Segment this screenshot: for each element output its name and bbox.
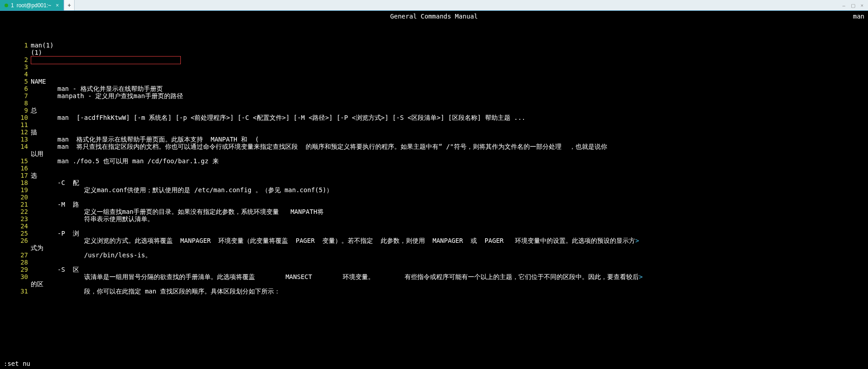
terminal-line: 5NAME [4,78,864,85]
terminal-line: 20 [4,194,864,201]
line-number: 17 [4,172,31,179]
terminal-line: 27 /usr/bin/less-is。 [4,251,864,259]
line-number: 6 [4,85,31,92]
minimize-icon[interactable]: – [842,2,845,9]
terminal-line: 21 -M 路 [4,201,864,208]
line-text [31,56,864,63]
terminal-line: 12描 [4,128,864,136]
new-tab-button[interactable]: + [64,0,75,10]
terminal-line: 6 man - 格式化并显示在线帮助手册页 [4,85,864,92]
line-text: man ./foo.5 也可以用 man /cd/foo/bar.1.gz 来 [31,157,864,165]
terminal-line: 14 man 将只查找在指定区段内的文档。你也可以通过命令行或环境变量来指定查找… [4,143,864,150]
close-icon[interactable]: × [56,2,59,9]
line-number: 26 [4,237,31,244]
terminal-line: 11 [4,121,864,128]
line-number: 8 [4,99,31,107]
terminal-line: 24 [4,222,864,230]
terminal-line: 30 该清单是一组用冒号分隔的欲查找的手册清单。此选项将覆盖 MANSECT 环… [4,273,864,280]
line-number: 12 [4,128,31,136]
line-number: 9 [4,107,31,114]
line-text: 定义浏览的方式。此选项将覆盖 MANPAGER 环境变量（此变量将覆盖 PAGE… [31,237,864,244]
terminal-line: 16 [4,165,864,172]
line-text: man - 格式化并显示在线帮助手册页 [31,85,864,92]
line-text: -M 路 [31,201,864,208]
line-text: 式为 [31,244,864,251]
line-number [4,244,31,251]
vim-command-line[interactable]: :set nu [4,360,30,367]
line-number: 30 [4,273,31,280]
line-number: 21 [4,201,31,208]
line-text: man [-acdfFhkKtwW] [-m 系统名] [-p <前处理程序>]… [31,114,864,121]
line-number: 15 [4,157,31,165]
terminal-line: 10 man [-acdfFhkKtwW] [-m 系统名] [-p <前处理程… [4,114,864,121]
line-text: 的区 [31,280,864,288]
line-text: man 将只查找在指定区段内的文档。你也可以通过命令行或环境变量来指定查找区段 … [31,143,864,150]
line-text [31,194,864,201]
line-text [31,259,864,266]
terminal-line: 1man(1) [4,42,864,49]
line-number: 29 [4,266,31,273]
line-text: -P 浏 [31,230,864,237]
line-text: -S 区 [31,266,864,273]
line-text: man 格式化并显示在线帮助手册页面。此版本支持 MANPATH 和 ( [31,136,864,143]
terminal-line: 以用 [4,150,864,157]
terminal-line: 26 定义浏览的方式。此选项将覆盖 MANPAGER 环境变量（此变量将覆盖 P… [4,237,864,244]
line-number [4,150,31,157]
line-number: 24 [4,222,31,230]
line-number: 18 [4,179,31,186]
terminal-line: 22 定义一组查找man手册页的目录。如果没有指定此参数，系统环境变量 MANP… [4,208,864,215]
terminal-tab[interactable]: 1 root@pd001:~ × [0,0,64,10]
maximize-icon[interactable]: ▢ [851,2,855,9]
line-wrap-icon: > [635,237,639,244]
line-text: 该清单是一组用冒号分隔的欲查找的手册清单。此选项将覆盖 MANSECT 环境变量… [31,273,864,280]
line-number [4,49,31,56]
line-number: 16 [4,165,31,172]
line-text: (1) [31,49,864,56]
line-text: 定义man.conf供使用；默认使用的是 /etc/man.config 。（参… [31,186,864,194]
line-text: NAME [31,78,864,85]
line-number: 27 [4,251,31,259]
line-number: 31 [4,288,31,295]
line-number: 7 [4,92,31,99]
window-controls: – ▢ × [838,2,868,9]
terminal-line: 29 -S 区 [4,266,864,273]
terminal-line: 23 符串表示使用默认清单。 [4,215,864,222]
terminal-line: 式为 [4,244,864,251]
line-number: 22 [4,208,31,215]
line-number: 23 [4,215,31,222]
line-text: -C 配 [31,179,864,186]
terminal-line: 17选 [4,172,864,179]
close-window-icon[interactable]: × [861,2,863,9]
terminal-line: 3 [4,63,864,71]
line-text: 描 [31,128,864,136]
line-text [31,71,864,78]
line-number: 19 [4,186,31,194]
man-page-header-center: General Commands Manual [0,13,868,20]
tab-title: root@pd001:~ [17,2,52,9]
terminal-line: 15 man ./foo.5 也可以用 man /cd/foo/bar.1.gz… [4,157,864,165]
line-wrap-icon: > [639,273,642,280]
line-text [31,222,864,230]
line-number: 1 [4,42,31,49]
terminal-line: 9总 [4,107,864,114]
terminal-line: 25 -P 浏 [4,230,864,237]
line-number: 3 [4,63,31,71]
terminal-viewport[interactable]: General Commands Manual man 1man(1)(1)23… [0,11,868,369]
line-text [31,63,864,71]
line-text: 选 [31,172,864,179]
terminal-line: 28 [4,259,864,266]
line-text: /usr/bin/less-is。 [31,251,864,259]
line-text: 总 [31,107,864,114]
line-text: man(1) [31,42,864,49]
terminal-line: 2 [4,56,864,63]
line-text: 以用 [31,150,864,157]
tab-bar: 1 root@pd001:~ × + – ▢ × [0,0,868,11]
terminal-line: 8 [4,99,864,107]
line-text [31,165,864,172]
line-number: 14 [4,143,31,150]
line-number: 25 [4,230,31,237]
terminal-line: 13 man 格式化并显示在线帮助手册页面。此版本支持 MANPATH 和 ( [4,136,864,143]
line-text [31,121,864,128]
line-text: 段，你可以在此指定 man 查找区段的顺序。具体区段划分如下所示： [31,288,864,295]
terminal-line: 7 manpath - 定义用户查找man手册页的路径 [4,92,864,99]
